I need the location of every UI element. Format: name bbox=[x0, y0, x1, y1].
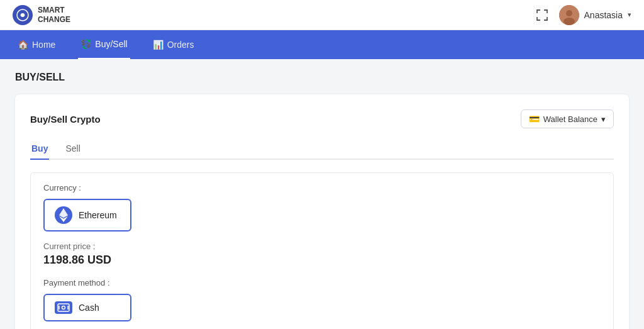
currency-label: Currency : bbox=[43, 183, 601, 192]
wallet-chevron-icon: ▾ bbox=[601, 114, 606, 124]
user-name: Anastasia bbox=[584, 10, 623, 20]
fullscreen-icon[interactable] bbox=[535, 8, 549, 22]
logo-text: SMART CHANGE bbox=[38, 6, 70, 24]
nav-item-buysell[interactable]: 💱 Buy/Sell bbox=[78, 30, 130, 59]
header: SMART CHANGE Anastasia ▾ bbox=[0, 0, 644, 30]
nav-item-orders[interactable]: 📊 Orders bbox=[150, 30, 197, 59]
currency-selector[interactable]: Ethereum bbox=[43, 199, 131, 231]
card-title: Buy/Sell Crypto bbox=[30, 114, 101, 125]
user-menu[interactable]: Anastasia ▾ bbox=[559, 5, 631, 25]
wallet-icon: 💳 bbox=[529, 114, 540, 124]
selected-payment: Cash bbox=[79, 303, 99, 313]
buysell-icon: 💱 bbox=[80, 39, 91, 49]
svg-point-4 bbox=[564, 18, 575, 25]
nav-label-home: Home bbox=[32, 40, 55, 50]
svg-point-1 bbox=[21, 13, 25, 17]
orders-icon: 📊 bbox=[153, 40, 164, 50]
ethereum-icon bbox=[55, 206, 72, 224]
tabs: Buy Sell bbox=[30, 138, 614, 160]
page-content: BUY/SELL Buy/Sell Crypto 💳 Wallet Balanc… bbox=[0, 59, 644, 329]
header-right: Anastasia ▾ bbox=[535, 5, 631, 25]
card-header: Buy/Sell Crypto 💳 Wallet Balance ▾ bbox=[30, 109, 614, 128]
svg-point-6 bbox=[62, 306, 65, 309]
current-price-label: Current price : bbox=[43, 242, 601, 251]
tab-buy[interactable]: Buy bbox=[30, 138, 49, 160]
svg-point-3 bbox=[566, 10, 572, 16]
page-title: BUY/SELL bbox=[15, 72, 629, 83]
avatar bbox=[559, 5, 579, 25]
cash-icon bbox=[55, 301, 72, 314]
selected-currency: Ethereum bbox=[79, 210, 117, 220]
nav-label-orders: Orders bbox=[167, 40, 194, 50]
home-icon: 🏠 bbox=[18, 40, 28, 50]
logo-area: SMART CHANGE bbox=[13, 5, 70, 25]
nav-item-home[interactable]: 🏠 Home bbox=[15, 30, 58, 59]
tab-sell[interactable]: Sell bbox=[64, 138, 81, 160]
wallet-balance-button[interactable]: 💳 Wallet Balance ▾ bbox=[521, 109, 614, 128]
payment-method-label: Payment method : bbox=[43, 278, 601, 287]
payment-method-selector[interactable]: Cash bbox=[43, 294, 131, 321]
buysell-card: Buy/Sell Crypto 💳 Wallet Balance ▾ Buy S… bbox=[15, 94, 629, 329]
nav-label-buysell: Buy/Sell bbox=[95, 39, 127, 49]
buy-form-section: Currency : Ethereum Current price : 1198… bbox=[30, 172, 614, 329]
current-price-value: 1198.86 USD bbox=[43, 254, 601, 267]
nav-bar: 🏠 Home 💱 Buy/Sell 📊 Orders bbox=[0, 30, 644, 59]
logo-icon bbox=[13, 5, 33, 25]
wallet-balance-label: Wallet Balance bbox=[543, 114, 597, 124]
user-chevron-icon: ▾ bbox=[628, 11, 631, 19]
